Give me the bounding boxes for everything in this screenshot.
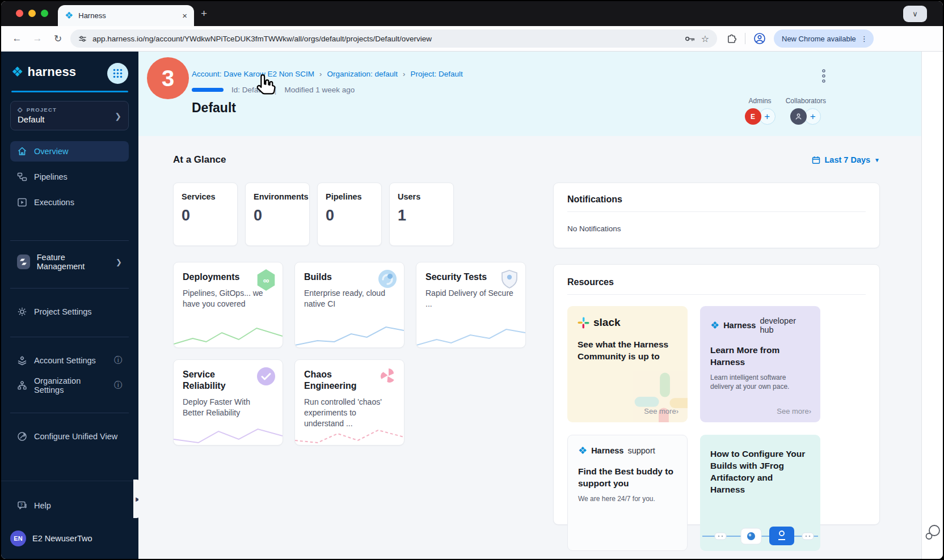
stat-card-environments[interactable]: Environments 0 bbox=[245, 183, 310, 246]
reload-button[interactable]: ↻ bbox=[48, 33, 68, 45]
step-number: 3 bbox=[162, 66, 174, 91]
module-card-security-tests[interactable]: Security Tests Rapid Delivery of Secure … bbox=[416, 262, 526, 348]
sidebar-divider bbox=[10, 240, 129, 241]
resources-title: Resources bbox=[567, 277, 866, 295]
breadcrumb-account-link[interactable]: Account: Dave Karow E2 Non SCIM bbox=[192, 70, 314, 78]
sidebar-item-label: Executions bbox=[34, 198, 74, 207]
collaborator-avatar[interactable] bbox=[790, 108, 807, 125]
sidebar-item-label: Help bbox=[34, 501, 51, 510]
brand-label-bold: Harness bbox=[723, 321, 756, 330]
stat-card-users[interactable]: Users 1 bbox=[389, 183, 454, 246]
home-icon bbox=[17, 146, 27, 156]
tab-search-chevron-button[interactable]: ∨ bbox=[903, 6, 927, 22]
sidebar-item-label: Project Settings bbox=[34, 307, 92, 316]
chrome-menu-kebab-icon[interactable]: ⋮ bbox=[861, 35, 868, 43]
close-window-button[interactable] bbox=[16, 10, 23, 17]
stat-card-services[interactable]: Services 0 bbox=[173, 183, 238, 246]
project-selector[interactable]: ◇ PROJECT Default ❯ bbox=[10, 101, 129, 130]
pipelines-icon bbox=[17, 172, 27, 182]
bookmark-star-icon[interactable]: ☆ bbox=[701, 33, 709, 44]
sidebar-divider bbox=[10, 337, 129, 337]
module-progress-bar bbox=[192, 88, 224, 92]
sidebar-divider bbox=[10, 288, 129, 289]
add-collaborator-button[interactable]: + bbox=[804, 108, 821, 125]
zoom-window-button[interactable] bbox=[41, 10, 48, 17]
breadcrumb-organization-link[interactable]: Organization: default bbox=[327, 70, 398, 78]
info-icon[interactable]: ⓘ bbox=[114, 380, 122, 391]
sidebar-item-executions[interactable]: Executions bbox=[10, 192, 129, 213]
sidebar-item-pipelines[interactable]: Pipelines bbox=[10, 167, 129, 187]
extensions-icon[interactable] bbox=[726, 33, 737, 44]
page-title: Default bbox=[192, 100, 236, 116]
tab-close-icon[interactable]: × bbox=[182, 11, 187, 20]
collaborators-label: Collaborators bbox=[786, 97, 826, 105]
see-more-link[interactable]: See more› bbox=[644, 407, 678, 415]
resource-card-jfrog[interactable]: How to Configure Your Builds with JFrog … bbox=[700, 435, 820, 551]
admin-avatar[interactable]: E bbox=[745, 108, 761, 125]
chrome-update-pill[interactable]: New Chrome available ⋮ bbox=[774, 29, 874, 48]
wrench-circle-icon bbox=[17, 431, 27, 442]
harness-wordmark: harness bbox=[28, 65, 77, 79]
reliability-sparkline bbox=[174, 420, 283, 445]
date-range-selector[interactable]: Last 7 Days ▼ bbox=[812, 155, 880, 164]
chaos-sparkline bbox=[295, 420, 404, 445]
sidebar-item-organization-settings[interactable]: Organization Settings ⓘ bbox=[10, 375, 129, 396]
builds-ci-icon bbox=[378, 269, 397, 291]
resource-card-support[interactable]: ❖ Harness support Find the Best buddy to… bbox=[567, 435, 688, 551]
sidebar-item-configure-unified-view[interactable]: Configure Unified View bbox=[10, 426, 129, 447]
browser-tab[interactable]: ❖ Harness × bbox=[58, 5, 194, 26]
add-admin-button[interactable]: + bbox=[759, 108, 776, 125]
module-card-builds[interactable]: Builds Enterprise ready, cloud native CI bbox=[294, 262, 404, 348]
deployments-sparkline bbox=[174, 323, 283, 347]
resource-body: We are here 24/7 for you. bbox=[578, 494, 677, 503]
browser-toolbar: ← → ↻ app.harness.io/ng/account/YWdkwNPi… bbox=[1, 26, 943, 52]
step-annotation-badge: 3 bbox=[147, 57, 189, 99]
sidebar-item-help[interactable]: ? Help bbox=[10, 495, 129, 516]
modified-timestamp: Modified 1 week ago bbox=[284, 86, 355, 94]
sidebar-item-project-settings[interactable]: Project Settings bbox=[10, 302, 129, 322]
forward-button[interactable]: → bbox=[27, 33, 48, 44]
chevron-right-icon: › bbox=[319, 70, 322, 78]
address-bar[interactable]: app.harness.io/ng/account/YWdkwNPiTceDUK… bbox=[70, 29, 717, 48]
module-card-service-reliability[interactable]: Service Reliability Deploy Faster With B… bbox=[173, 359, 283, 446]
profile-icon[interactable] bbox=[753, 32, 766, 45]
back-button[interactable]: ← bbox=[7, 33, 27, 44]
site-info-icon[interactable] bbox=[78, 35, 87, 43]
project-options-kebab[interactable] bbox=[821, 69, 826, 86]
sidebar-item-account-settings[interactable]: Account Settings ⓘ bbox=[10, 350, 129, 371]
module-card-chaos-engineering[interactable]: Chaos Engineering Run controlled 'chaos'… bbox=[294, 359, 404, 446]
sidebar-item-feature-management[interactable]: Feature Management ❯ bbox=[10, 252, 129, 272]
support-chat-button[interactable] bbox=[925, 524, 942, 543]
brand-label-rest: support bbox=[627, 446, 655, 455]
module-card-deployments[interactable]: ∞ Deployments Pipelines, GitOps... we ha… bbox=[173, 262, 283, 348]
org-chart-gear-icon bbox=[17, 380, 27, 391]
stats-row: Services 0 Environments 0 Pipelines 0 bbox=[173, 183, 526, 246]
minimize-window-button[interactable] bbox=[28, 10, 36, 17]
sidebar-item-label: Account Settings bbox=[34, 356, 96, 365]
info-icon[interactable]: ⓘ bbox=[114, 355, 122, 366]
admins-label: Admins bbox=[749, 97, 772, 105]
module-grid-button[interactable] bbox=[107, 63, 128, 84]
resource-card-slack[interactable]: slack See what the Harness Community is … bbox=[567, 306, 688, 422]
sidebar: ❖ harness ◇ PROJECT Default ❯ Overview P… bbox=[1, 52, 138, 560]
chaos-engineering-icon bbox=[379, 367, 397, 387]
stat-card-pipelines[interactable]: Pipelines 0 bbox=[317, 183, 382, 246]
new-tab-button[interactable]: + bbox=[201, 7, 207, 20]
sidebar-item-label: Organization Settings bbox=[34, 376, 107, 394]
resource-card-developer-hub[interactable]: ❖ Harness developer hub Learn More from … bbox=[700, 306, 820, 422]
sidebar-item-overview[interactable]: Overview bbox=[10, 141, 129, 162]
stat-label: Pipelines bbox=[326, 192, 373, 201]
password-key-icon[interactable] bbox=[685, 35, 696, 43]
module-name: Service Reliability bbox=[183, 369, 256, 392]
url-text[interactable]: app.harness.io/ng/account/YWdkwNPiTceDUK… bbox=[92, 35, 679, 43]
page-right-margin bbox=[921, 52, 944, 560]
notifications-empty-state: No Notifications bbox=[567, 224, 866, 233]
user-menu[interactable]: EN E2 NewuserTwo bbox=[10, 531, 92, 546]
see-more-link[interactable]: See more› bbox=[777, 407, 811, 415]
breadcrumb-project-link[interactable]: Project: Default bbox=[410, 70, 462, 78]
gear-icon bbox=[17, 307, 27, 317]
sidebar-section-divider bbox=[1, 481, 138, 481]
harness-logo[interactable]: ❖ harness bbox=[11, 64, 76, 80]
project-people: Admins E + Collaborators + bbox=[745, 97, 826, 125]
help-chat-icon: ? bbox=[17, 500, 27, 511]
